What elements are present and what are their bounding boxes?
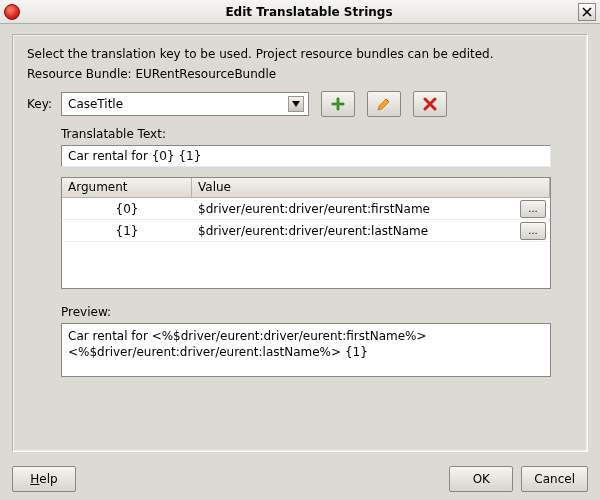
table-row[interactable]: {0} $driver/eurent:driver/eurent:firstNa… [62,198,550,220]
cancel-button[interactable]: Cancel [521,466,588,492]
window-title: Edit Translatable Strings [40,5,578,19]
table-row[interactable]: {1} $driver/eurent:driver/eurent:lastNam… [62,220,550,242]
app-icon [4,4,20,20]
window-close-button[interactable] [578,3,596,21]
ok-button-label: OK [473,472,490,486]
main-panel: Select the translation key to be used. P… [12,34,588,452]
pencil-icon [376,96,392,112]
help-button-label: Help [30,472,57,486]
arguments-table: Argument Value {0} $driver/eurent:driver… [61,177,551,289]
translatable-text-label: Translatable Text: [61,127,573,141]
column-header-argument[interactable]: Argument [62,178,192,197]
key-label: Key: [27,97,55,111]
ok-button[interactable]: OK [449,466,513,492]
browse-value-button[interactable]: ... [520,200,546,218]
argument-cell: {0} [62,202,192,216]
titlebar: Edit Translatable Strings [0,0,600,24]
edit-key-button[interactable] [367,91,401,117]
column-header-value[interactable]: Value [192,178,550,197]
key-row: Key: CaseTitle [27,91,573,117]
value-cell: $driver/eurent:driver/eurent:lastName [192,224,520,238]
resource-bundle-value: EURentResourceBundle [136,67,277,81]
help-button[interactable]: Help [12,466,76,492]
preview-box: Car rental for <%$driver/eurent:driver/e… [61,323,551,377]
translatable-text-input[interactable] [61,145,551,167]
close-icon [582,7,592,17]
value-cell: $driver/eurent:driver/eurent:firstName [192,202,520,216]
add-key-button[interactable] [321,91,355,117]
key-dropdown[interactable]: CaseTitle [61,92,309,116]
plus-icon [330,96,346,112]
chevron-down-icon [288,96,304,112]
x-icon [423,97,437,111]
key-dropdown-value: CaseTitle [68,97,123,111]
dialog-footer: Help OK Cancel [12,466,588,492]
delete-key-button[interactable] [413,91,447,117]
resource-bundle-line: Resource Bundle: EURentResourceBundle [27,67,573,81]
argument-cell: {1} [62,224,192,238]
preview-label: Preview: [61,305,573,319]
resource-bundle-label: Resource Bundle: [27,67,132,81]
instruction-text: Select the translation key to be used. P… [27,47,573,61]
cancel-button-label: Cancel [534,472,575,486]
browse-value-button[interactable]: ... [520,222,546,240]
